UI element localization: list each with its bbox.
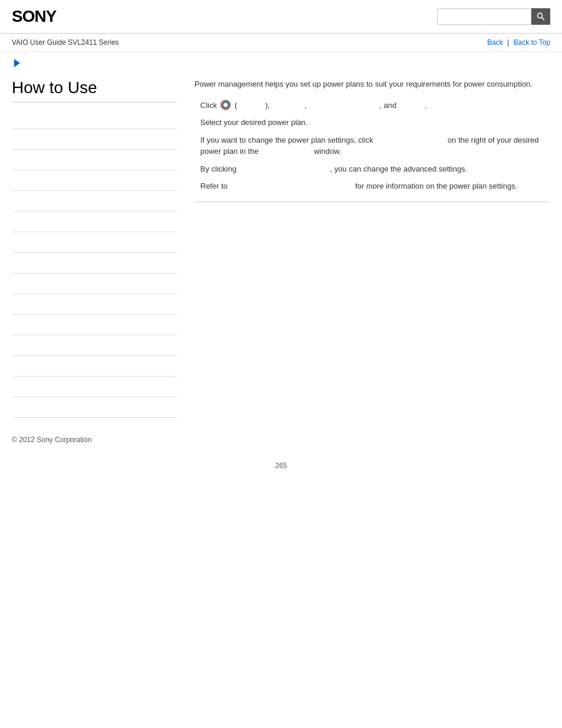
sidebar-nav-link[interactable] <box>12 341 177 350</box>
main-content: How to Use Power management helps you se… <box>0 73 562 424</box>
sony-logo: SONY <box>12 7 56 26</box>
steps-list: Click ( ), , , and . <box>194 100 550 192</box>
sub-header: VAIO User Guide SVL2411 Series Back | Ba… <box>0 34 562 52</box>
footer: © 2012 Sony Corporation <box>0 424 562 450</box>
windows-icon <box>220 100 231 110</box>
list-item: Click ( ), , , and . <box>194 100 550 111</box>
search-container <box>437 8 550 25</box>
search-button[interactable] <box>531 8 550 25</box>
list-item[interactable] <box>12 150 177 170</box>
list-item[interactable] <box>12 170 177 191</box>
sidebar-nav-link[interactable] <box>12 321 177 329</box>
list-item[interactable] <box>12 294 177 315</box>
sidebar: How to Use <box>12 78 189 418</box>
select-text: Select your desired power plan. <box>200 118 308 127</box>
list-item[interactable] <box>12 397 177 418</box>
sidebar-title: How to Use <box>12 78 177 103</box>
list-item[interactable] <box>12 315 177 335</box>
sidebar-nav <box>12 108 177 418</box>
click-end1: , and <box>379 100 396 111</box>
info2-text: By clicking , you can change the advance… <box>200 164 467 173</box>
search-icon <box>536 12 546 21</box>
list-item[interactable] <box>12 212 177 232</box>
sidebar-nav-link[interactable] <box>12 259 177 267</box>
sidebar-nav-link[interactable] <box>12 176 177 185</box>
svg-point-0 <box>537 13 542 18</box>
sidebar-nav-link[interactable] <box>12 218 177 226</box>
sidebar-nav-link[interactable] <box>12 403 177 411</box>
list-item: Select your desired power plan. <box>194 117 550 129</box>
list-item[interactable] <box>12 232 177 253</box>
click-label: Click <box>200 100 217 111</box>
copyright-text: © 2012 Sony Corporation <box>12 436 92 444</box>
sidebar-nav-link[interactable] <box>12 114 177 123</box>
list-item[interactable] <box>12 377 177 397</box>
sidebar-nav-link[interactable] <box>12 238 177 246</box>
back-link[interactable]: Back <box>487 38 503 47</box>
nav-separator: | <box>507 38 509 47</box>
step-click: Click ( ), , , and . <box>200 100 550 111</box>
breadcrumb-chevron-icon <box>14 59 20 67</box>
click-mid2: , <box>305 100 307 111</box>
sidebar-nav-link[interactable] <box>12 362 177 370</box>
sidebar-nav-link[interactable] <box>12 156 177 164</box>
list-item[interactable] <box>12 129 177 150</box>
breadcrumb <box>0 52 562 73</box>
info3-text: Refer to for more information on the pow… <box>200 182 517 190</box>
sidebar-nav-link[interactable] <box>12 279 177 288</box>
search-input[interactable] <box>437 8 531 25</box>
sidebar-nav-link[interactable] <box>12 197 177 205</box>
list-item[interactable] <box>12 356 177 377</box>
guide-title: VAIO User Guide SVL2411 Series <box>12 38 119 47</box>
page-number: 265 <box>0 450 562 482</box>
content-divider <box>194 202 550 202</box>
list-item[interactable] <box>12 335 177 356</box>
intro-text: Power management helps you set up power … <box>194 78 550 90</box>
list-item: Refer to for more information on the pow… <box>194 180 550 192</box>
svg-line-1 <box>542 18 544 20</box>
list-item: By clicking , you can change the advance… <box>194 163 550 175</box>
list-item[interactable] <box>12 191 177 212</box>
header: SONY <box>0 0 562 34</box>
nav-links: Back | Back to Top <box>487 38 550 47</box>
info-text: If you want to change the power plan set… <box>200 136 538 156</box>
content-area: Power management helps you set up power … <box>189 78 550 418</box>
click-end2: . <box>425 100 427 111</box>
sidebar-nav-link[interactable] <box>12 135 177 143</box>
sidebar-nav-link[interactable] <box>12 300 177 308</box>
list-item[interactable] <box>12 108 177 129</box>
back-to-top-link[interactable]: Back to Top <box>514 38 550 47</box>
click-mid1: ), <box>265 100 270 111</box>
click-paren: ( <box>234 100 237 111</box>
list-item: If you want to change the power plan set… <box>194 134 550 157</box>
list-item[interactable] <box>12 253 177 274</box>
sidebar-nav-link[interactable] <box>12 383 177 391</box>
list-item[interactable] <box>12 274 177 294</box>
